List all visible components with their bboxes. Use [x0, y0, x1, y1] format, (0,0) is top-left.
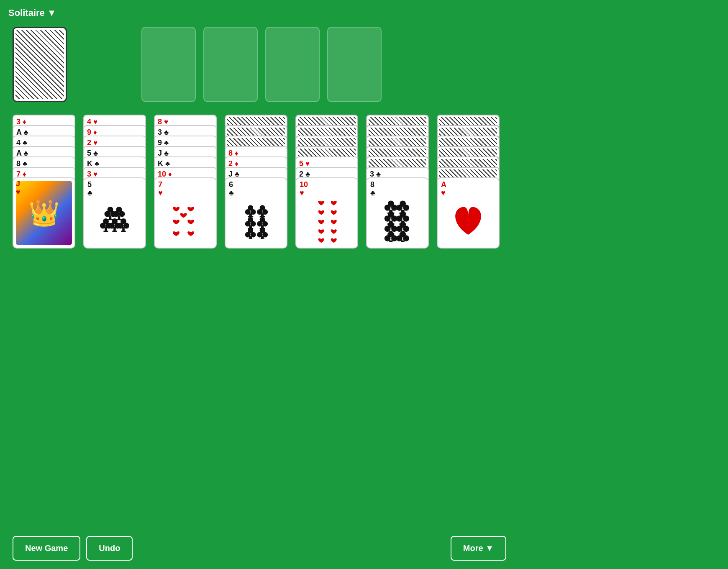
svg-rect-14: [121, 231, 126, 232]
card-face-art: 👑: [16, 181, 72, 245]
svg-rect-53: [261, 236, 264, 239]
card-7♥[interactable]: 7♥: [154, 177, 217, 249]
foundations-area: [141, 27, 382, 102]
header: Solitaire ▼: [0, 0, 519, 23]
card-rank-top: 6♣: [229, 181, 234, 197]
svg-rect-18: [109, 215, 112, 220]
tableau-column-1: 4 ♥9 ♦2 ♥5 ♣K ♣3 ♥ 5♣: [83, 115, 148, 249]
svg-rect-4: [103, 231, 108, 232]
card-6♣[interactable]: 6♣: [225, 177, 287, 249]
foundation-4[interactable]: [327, 27, 382, 102]
card-jack-hearts[interactable]: J♥ 👑: [13, 177, 75, 249]
card-rank-top: 8♣: [370, 181, 375, 197]
foundation-1[interactable]: [141, 27, 196, 102]
svg-rect-9: [112, 231, 117, 232]
stock-pile-back: [15, 30, 64, 99]
card-center-suit: [300, 197, 354, 245]
svg-rect-8: [113, 227, 116, 231]
card-center-suit: [87, 197, 142, 245]
foundation-2[interactable]: [203, 27, 258, 102]
card-center-suit: [441, 197, 495, 245]
card-center-suit: [370, 197, 425, 245]
top-area: [0, 23, 519, 106]
card-rank-top: 5♣: [87, 181, 92, 197]
tableau-column-2: 8 ♥3 ♣9 ♣J ♣K ♣10 ♦ 7♥: [154, 115, 219, 249]
tableau-column-3: 8 ♦2 ♦J ♣ 6♣: [225, 115, 290, 249]
card-rank-label: J♥: [16, 180, 21, 197]
svg-rect-13: [122, 227, 125, 231]
svg-rect-48: [249, 236, 252, 239]
title-text: Solitaire: [8, 8, 45, 18]
tableau-column-6: A♥: [437, 115, 502, 249]
svg-rect-88: [389, 240, 392, 242]
stock-pile[interactable]: [13, 27, 67, 102]
svg-rect-24: [117, 219, 121, 220]
card-rank-top: A♥: [441, 181, 446, 197]
card-center-suit: [229, 197, 283, 245]
tableau-column-4: 5 ♥2 ♣ 10♥: [295, 115, 360, 249]
tableau-column-5: 3 ♣ 8♣: [366, 115, 431, 249]
card-A♥[interactable]: A♥: [437, 177, 500, 249]
svg-rect-19: [108, 219, 113, 220]
svg-rect-3: [105, 227, 107, 231]
title-arrow: ▼: [47, 8, 56, 18]
card-8♣[interactable]: 8♣: [366, 177, 429, 249]
svg-rect-23: [118, 215, 120, 220]
game-title[interactable]: Solitaire ▼: [8, 8, 56, 18]
card-center-suit: [158, 197, 213, 245]
svg-rect-93: [401, 240, 404, 242]
card-rank-top: 7♥: [158, 181, 163, 197]
tableau-column-0: 3 ♦A ♣4 ♣A ♣8 ♣7 ♦ J♥ 👑: [13, 115, 77, 249]
card-10♥[interactable]: 10♥: [295, 177, 358, 249]
card-5♣[interactable]: 5♣: [83, 177, 146, 249]
card-rank-top: 10♥: [300, 181, 308, 197]
tableau-area: 3 ♦A ♣4 ♣A ♣8 ♣7 ♦ J♥ 👑 4 ♥9 ♦2 ♥5 ♣K ♣3…: [0, 106, 519, 257]
foundation-3[interactable]: [265, 27, 320, 102]
